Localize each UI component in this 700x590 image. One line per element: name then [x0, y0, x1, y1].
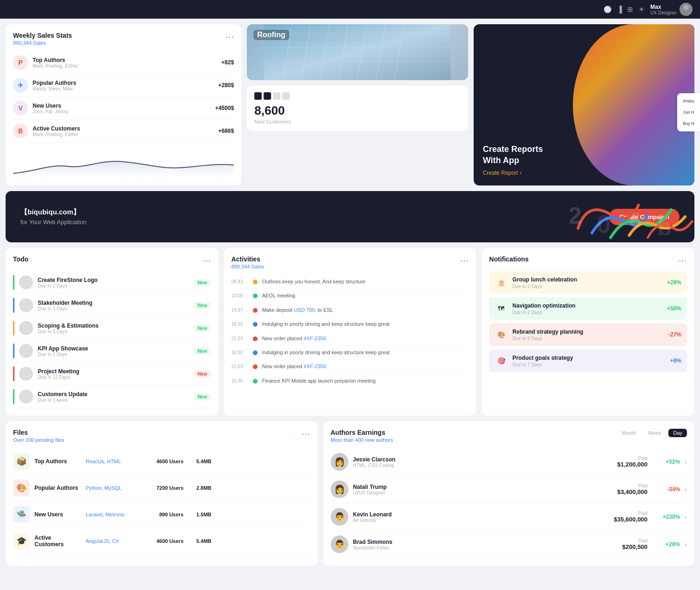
- notifications-title: Notifications: [489, 255, 529, 263]
- side-panel-geth[interactable]: Get H: [681, 108, 696, 117]
- campaign-subtitle: for Your Web Application: [20, 219, 600, 226]
- todo-item: KPI App Showcase Due In 2 Days New: [13, 340, 211, 363]
- activity-text: New order placed #XF-2356.: [262, 335, 469, 342]
- side-panel-prebu[interactable]: Prebu: [681, 97, 696, 105]
- avatar: [680, 3, 693, 16]
- files-title: Files: [13, 429, 64, 436]
- notif-icon: 🎨: [495, 328, 508, 341]
- author-avatar: 👨: [331, 535, 348, 553]
- activity-link[interactable]: #XF-2356.: [304, 364, 327, 369]
- files-tech[interactable]: ReactJs, HTML: [86, 459, 142, 464]
- notification-item: 🗺 Navigation optimization Due In 2 Days …: [489, 297, 687, 320]
- authors-list: 👩 Jessie Clarcson HTML, CSS Coding Paid …: [331, 448, 687, 558]
- activity-item: 08:42 Outlines keep you honest. And keep…: [231, 275, 469, 289]
- author-avatar: 👩: [331, 480, 348, 498]
- files-tech[interactable]: AngularJS, C#: [86, 538, 142, 544]
- activity-item: 10:00 AEOL meeting: [231, 289, 469, 303]
- todo-name: Project Meeting: [38, 368, 189, 375]
- authors-tab-week[interactable]: Week: [644, 429, 666, 437]
- author-row: 👨 Kevin Leonard Art Director Paid $35,60…: [331, 503, 687, 531]
- author-paid-label: Paid: [638, 511, 647, 516]
- authors-title: Authors Earnings: [331, 429, 393, 436]
- brightness-icon[interactable]: ☀: [639, 6, 645, 13]
- activity-text: AEOL meeting: [262, 292, 469, 299]
- files-row: 🛸 New Users Laravel, Metronic 890 Users …: [13, 501, 310, 528]
- author-chevron-icon[interactable]: ›: [685, 458, 687, 466]
- files-list: 📦 Top Authors ReactJs, HTML 4600 Users 5…: [13, 448, 310, 555]
- activity-dot: [253, 308, 258, 313]
- todo-due: Due In 12 Days: [38, 375, 189, 380]
- svg-point-1: [681, 12, 691, 16]
- author-row: 👨 Brad Simmons Successful Fellas Paid $2…: [331, 531, 687, 558]
- svg-text:0: 0: [597, 210, 611, 239]
- files-tech[interactable]: Python, MySQL: [86, 485, 142, 491]
- todo-info: Customers Update Due In 1 week: [38, 391, 189, 403]
- todo-menu[interactable]: ⋯: [203, 255, 211, 266]
- authors-tab-day[interactable]: Day: [668, 429, 687, 437]
- author-chevron-icon[interactable]: ›: [685, 513, 687, 521]
- author-role: UI/UX Designer: [353, 490, 613, 495]
- grid-icon[interactable]: ⊞: [627, 6, 633, 13]
- search-icon[interactable]: ⚪: [604, 6, 612, 13]
- author-chevron-icon[interactable]: ›: [685, 541, 687, 548]
- weekly-sales-menu[interactable]: ⋯: [225, 32, 234, 42]
- notifications-menu[interactable]: ⋯: [679, 255, 687, 266]
- files-name: Top Authors: [34, 458, 81, 465]
- roofing-label: Roofing: [253, 30, 289, 40]
- files-row: 🎓 Active Customers AngularJS, C# 4600 Us…: [13, 528, 310, 555]
- todo-bar: [13, 366, 14, 381]
- files-tech[interactable]: Laravel, Metronic: [86, 512, 142, 517]
- files-users: 4600 Users: [146, 459, 183, 464]
- activities-header: Activities 890,344 Sales ⋯: [231, 255, 469, 269]
- weekly-sales-subtitle: 890,344 Sales: [13, 40, 72, 46]
- campaign-title: 【biqubiqu.com】: [20, 208, 600, 217]
- activities-menu[interactable]: ⋯: [460, 255, 469, 266]
- author-chevron-icon[interactable]: ›: [685, 486, 687, 493]
- todo-header: Todo ⋯: [13, 255, 211, 266]
- files-name: Popular Authors: [34, 485, 81, 491]
- todo-badge: New: [194, 279, 211, 286]
- stat-users: Randy, Steve, Mike: [33, 86, 214, 91]
- todo-item: Customers Update Due In 1 week New: [13, 385, 211, 408]
- notifications-list: 🎂 Group lunch celebration Due In 2 Days …: [489, 271, 687, 372]
- side-panel-buyn[interactable]: Buy N: [681, 119, 696, 128]
- todo-avatar: [19, 367, 33, 381]
- activity-dot: [253, 336, 258, 341]
- weekly-sales-title: Weekly Sales Stats: [13, 32, 72, 39]
- authors-tab-month[interactable]: Month: [617, 429, 641, 437]
- notif-title: Group lunch celebration: [512, 276, 662, 283]
- author-avatar: 👩: [331, 453, 348, 471]
- author-name: Jessie Clarcson: [353, 456, 613, 463]
- notif-title: Product goals strategy: [512, 355, 665, 361]
- files-menu[interactable]: ⋯: [302, 429, 310, 439]
- activity-text: Outlines keep you honest. And keep struc…: [262, 278, 469, 285]
- author-name: Natali Trump: [353, 484, 613, 490]
- todo-bar: [13, 321, 14, 336]
- stat-name: New Users: [33, 103, 211, 109]
- todo-badge: New: [194, 393, 211, 400]
- todo-name: Stakeholder Meeting: [38, 300, 189, 306]
- nc-icon-dark: [254, 92, 262, 100]
- activity-text: Make deposit USD 700. to ESL: [262, 307, 469, 314]
- stat-icon: ✈: [13, 78, 28, 93]
- author-paid-label: Paid: [638, 456, 647, 461]
- author-pct: -34%: [657, 486, 680, 493]
- nc-icon-light: [273, 92, 280, 100]
- nc-icons: [254, 92, 460, 100]
- stat-info: Active Customers Mark, Rowling, Esther: [33, 125, 214, 137]
- activity-link[interactable]: #XF-2356.: [304, 336, 327, 341]
- stat-value: +82$: [221, 59, 234, 66]
- files-users: 890 Users: [146, 512, 183, 517]
- author-amount: $200,500: [622, 543, 647, 550]
- todo-avatar: [19, 298, 33, 312]
- activity-link[interactable]: USD 700.: [294, 307, 316, 313]
- row-1: Weekly Sales Stats 890,344 Sales ⋯ P Top…: [6, 24, 694, 185]
- author-avatar: 👨: [331, 508, 348, 526]
- create-report-link[interactable]: Create Report ›: [483, 170, 543, 176]
- todo-due: Due In 5 Days: [38, 329, 189, 334]
- todo-avatar: [19, 344, 33, 358]
- files-icon: 📦: [13, 453, 30, 470]
- todo-badge: New: [194, 325, 211, 332]
- todo-avatar: [19, 390, 33, 404]
- notif-info: Product goals strategy Due In 7 Days: [512, 355, 665, 367]
